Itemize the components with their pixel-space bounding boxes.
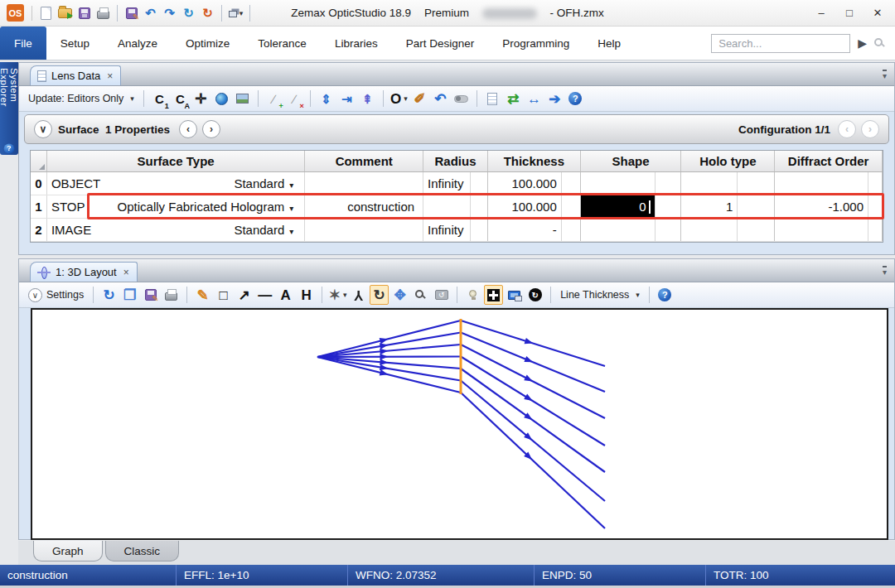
menu-item-help[interactable]: Help: [583, 27, 635, 60]
cell-image-comment[interactable]: [305, 219, 423, 241]
refresh-icon[interactable]: ↻: [99, 285, 119, 305]
cell-image-radius[interactable]: Infinity: [423, 219, 471, 241]
cell-stop-thickness-flag[interactable]: [562, 195, 581, 218]
lamp-icon[interactable]: [463, 285, 482, 305]
search-input[interactable]: [711, 34, 850, 53]
line-thickness-dropdown[interactable]: Line Thickness▾: [557, 285, 643, 305]
config-next-button[interactable]: ›: [861, 120, 879, 138]
cell-object-radius[interactable]: Infinity: [423, 172, 471, 195]
save-icon[interactable]: [141, 285, 160, 305]
zoom-window-icon[interactable]: [432, 285, 451, 305]
aperture-dropdown-icon[interactable]: O▾: [389, 89, 409, 108]
tab-overflow-icon[interactable]: ▾: [883, 70, 887, 80]
system-explorer-tab[interactable]: System Explorer: [0, 62, 18, 155]
cell-stop-holo-flag[interactable]: [738, 195, 775, 218]
expand-columns-icon[interactable]: ↔: [525, 89, 544, 108]
surface-prev-button[interactable]: ‹: [179, 120, 197, 138]
tab-overflow-icon[interactable]: ▾: [883, 266, 887, 276]
cell-image-thickness-flag[interactable]: [562, 219, 581, 241]
rotate-3d-icon[interactable]: Y: [349, 285, 368, 305]
fit-view-icon[interactable]: [484, 285, 503, 305]
row-number-0[interactable]: 0: [31, 172, 47, 195]
cell-stop-shape[interactable]: 0: [581, 195, 656, 218]
undo-icon[interactable]: ↶: [141, 3, 160, 23]
menu-item-part-designer[interactable]: Part Designer: [392, 27, 489, 60]
minimize-button[interactable]: –: [807, 2, 835, 24]
maximize-button[interactable]: □: [835, 2, 864, 24]
editor-sheet-icon[interactable]: [483, 89, 502, 108]
cell-stop-radius-flag[interactable]: [471, 195, 488, 218]
cell-stop-shape-flag[interactable]: [656, 195, 682, 218]
properties-expand-button[interactable]: ∨: [34, 120, 52, 138]
globe-icon[interactable]: [212, 89, 231, 108]
cell-image-shape[interactable]: [581, 219, 656, 241]
insert-surface-icon[interactable]: ∕+: [264, 89, 283, 108]
menu-item-analyze[interactable]: Analyze: [104, 27, 172, 60]
cell-image-shape-flag[interactable]: [656, 219, 682, 241]
record-icon[interactable]: [525, 285, 544, 305]
cell-image-diffract-flag[interactable]: [868, 219, 883, 241]
save-as-icon[interactable]: [122, 3, 141, 23]
toggle-icon[interactable]: [452, 89, 471, 108]
close-icon[interactable]: ×: [123, 267, 129, 278]
cell-object-radius-flag[interactable]: [471, 172, 488, 195]
cell-stop-thickness[interactable]: 100.000: [488, 195, 562, 218]
redo-icon[interactable]: ↷: [160, 3, 179, 23]
delete-surface-icon[interactable]: ∕×: [285, 89, 304, 108]
cell-image-thickness[interactable]: -: [488, 219, 562, 241]
cell-object-comment[interactable]: [305, 172, 423, 195]
cell-image-holo[interactable]: [681, 219, 738, 241]
cell-object-holo[interactable]: [681, 172, 738, 195]
monitor-icon[interactable]: [505, 285, 524, 305]
cell-object-diffract-flag[interactable]: [868, 172, 883, 195]
width-tool-icon[interactable]: H: [297, 285, 316, 305]
crosshair-icon[interactable]: ✛: [191, 89, 210, 108]
update-all-icon[interactable]: C1: [150, 89, 169, 108]
cell-object-thickness-flag[interactable]: [562, 172, 581, 195]
image-icon[interactable]: [233, 89, 252, 108]
refresh-icon[interactable]: ↻: [179, 3, 198, 23]
orientation-dropdown-icon[interactable]: ✶▾: [328, 285, 347, 305]
cell-stop-holo[interactable]: 1: [681, 195, 738, 218]
row-number-1[interactable]: 1: [31, 195, 47, 218]
run-icon[interactable]: ▶: [858, 36, 867, 50]
cell-image-type[interactable]: IMAGEStandard▾: [47, 219, 305, 241]
print-icon[interactable]: [94, 3, 113, 23]
cell-image-diffract[interactable]: [775, 219, 868, 241]
layout-canvas[interactable]: [31, 308, 888, 540]
cell-object-type[interactable]: OBJECTStandard▾: [47, 172, 305, 195]
sync-icon[interactable]: ↻: [198, 3, 217, 23]
tab-lens-data[interactable]: Lens Data ×: [30, 65, 121, 85]
close-button[interactable]: ✕: [864, 2, 892, 24]
save-icon[interactable]: [75, 3, 94, 23]
search-icon[interactable]: [874, 38, 883, 46]
reverse-elements-icon[interactable]: ⇥: [337, 89, 356, 108]
cell-stop-diffract-flag[interactable]: [868, 195, 883, 218]
quick-focus-icon[interactable]: ↶: [431, 89, 450, 108]
config-prev-button[interactable]: ‹: [838, 120, 856, 138]
cell-stop-radius[interactable]: [423, 195, 471, 218]
quick-draw-icon[interactable]: ✐: [410, 89, 429, 108]
close-icon[interactable]: ×: [107, 70, 113, 82]
surface-type-dropdown[interactable]: Optically Fabricated Hologram▾: [118, 200, 294, 214]
arrow-tool-icon[interactable]: ↗: [235, 285, 254, 305]
scale-lens-icon[interactable]: ⇕: [317, 89, 336, 108]
pencil-icon[interactable]: ✎: [193, 285, 212, 305]
cascade-windows-icon[interactable]: ▾: [226, 3, 245, 23]
rectangle-tool-icon[interactable]: □: [214, 285, 233, 305]
zoom-icon[interactable]: [411, 285, 430, 305]
next-editor-icon[interactable]: ➔: [545, 89, 564, 108]
swap-editors-icon[interactable]: ⇄: [504, 89, 523, 108]
view-tab-classic[interactable]: Classic: [105, 541, 180, 561]
update-auto-icon[interactable]: CA: [171, 89, 190, 108]
menu-item-libraries[interactable]: Libraries: [321, 27, 392, 60]
cell-image-holo-flag[interactable]: [738, 219, 775, 241]
menu-item-optimize[interactable]: Optimize: [172, 27, 244, 60]
help-icon[interactable]: [4, 144, 15, 154]
settings-dropdown[interactable]: ∨Settings: [25, 285, 87, 305]
cell-image-radius-flag[interactable]: [471, 219, 488, 241]
text-tool-icon[interactable]: A: [276, 285, 295, 305]
menu-item-programming[interactable]: Programming: [488, 27, 583, 60]
help-icon[interactable]: [656, 285, 675, 305]
cell-stop-comment[interactable]: construction: [305, 195, 423, 218]
